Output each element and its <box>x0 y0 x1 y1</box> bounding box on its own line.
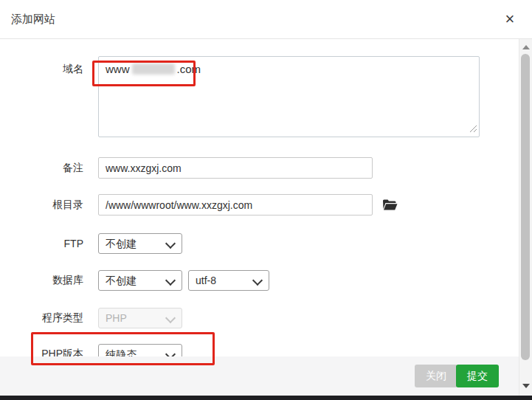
scroll-up-icon[interactable] <box>522 45 530 49</box>
scroll-down-icon[interactable] <box>522 384 530 388</box>
domain-value-suffix: .com <box>177 63 201 75</box>
ftp-row: FTP 不创建 <box>0 233 182 254</box>
root-dir-row: 根目录 <box>0 194 398 215</box>
folder-icon[interactable] <box>382 199 398 211</box>
program-type-row: 程序类型 PHP <box>0 308 182 328</box>
resize-handle-icon[interactable] <box>469 123 477 135</box>
vertical-scrollbar[interactable] <box>519 39 532 396</box>
bottom-edge-strip <box>0 396 532 400</box>
dialog-header: 添加网站 × <box>0 0 532 39</box>
domain-row: 域名 www.com <box>0 56 480 137</box>
database-select[interactable]: 不创建 <box>98 270 182 291</box>
remark-row: 备注 <box>0 157 373 179</box>
program-type-selected-value: PHP <box>106 312 127 324</box>
scrollbar-thumb[interactable] <box>521 54 530 360</box>
root-dir-label: 根目录 <box>0 199 83 212</box>
chevron-down-icon <box>165 313 176 323</box>
root-dir-input[interactable] <box>98 194 373 215</box>
ftp-label: FTP <box>0 238 83 249</box>
chevron-down-icon <box>252 275 263 286</box>
ftp-selected-value: 不创建 <box>106 238 137 249</box>
chevron-down-icon <box>165 275 176 286</box>
charset-selected-value: utf-8 <box>196 275 216 286</box>
dialog-footer: 关闭 提交 <box>0 356 519 396</box>
program-type-label: 程序类型 <box>0 311 83 325</box>
remark-input[interactable] <box>98 157 373 179</box>
add-website-dialog: 添加网站 × 域名 www.com 备注 根目录 FTP 不创建 <box>0 0 532 400</box>
remark-label: 备注 <box>0 162 83 175</box>
database-label: 数据库 <box>0 274 83 287</box>
domain-value-prefix: www <box>106 63 130 75</box>
domain-textarea[interactable]: www.com <box>98 56 480 137</box>
submit-button[interactable]: 提交 <box>456 365 499 387</box>
domain-label: 域名 <box>0 63 83 76</box>
close-button[interactable]: 关闭 <box>415 365 457 387</box>
database-selected-value: 不创建 <box>106 275 137 286</box>
dialog-title: 添加网站 <box>11 0 55 38</box>
program-type-select: PHP <box>98 308 182 328</box>
chevron-down-icon <box>165 238 176 249</box>
database-row: 数据库 不创建 utf-8 <box>0 270 269 291</box>
redacted-text <box>132 63 175 75</box>
charset-select[interactable]: utf-8 <box>188 270 269 291</box>
close-icon[interactable]: × <box>500 9 520 30</box>
ftp-select[interactable]: 不创建 <box>98 233 182 254</box>
